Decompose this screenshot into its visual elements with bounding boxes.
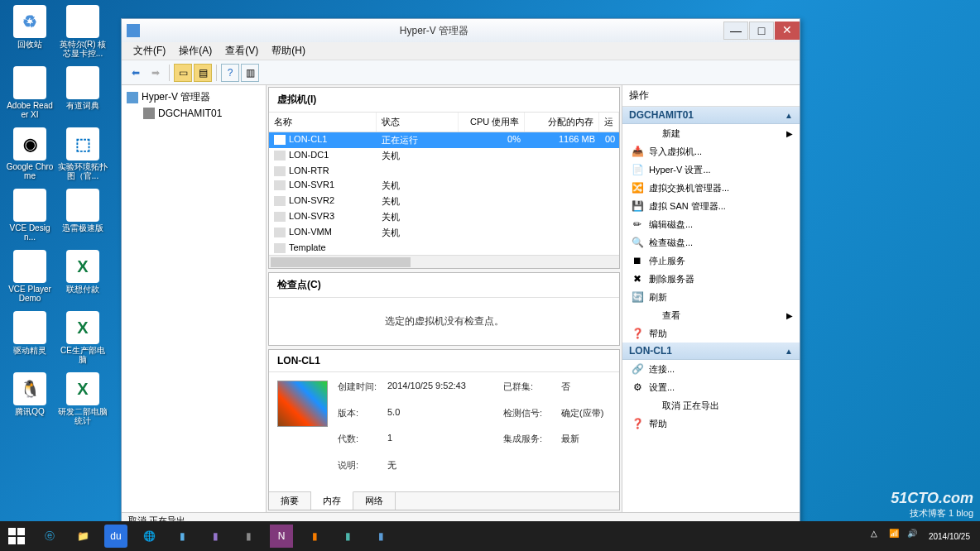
vm-row[interactable]: LON-SVR3关机	[269, 209, 619, 225]
taskbar-app5[interactable]: ▮	[331, 521, 364, 551]
close-button[interactable]: ✕	[775, 22, 800, 40]
taskbar-app6[interactable]: ▮	[364, 521, 397, 551]
desktop-icon[interactable]: ⚙英特尔(R) 核芯显卡控...	[58, 5, 108, 58]
taskbar-app2[interactable]: ▮	[199, 521, 232, 551]
show-hide-tree-button[interactable]: ▭	[174, 64, 192, 82]
action-icon: ⚙	[631, 381, 644, 394]
clock[interactable]: 2014/10/25	[924, 532, 975, 541]
desktop-icon[interactable]: PVCE Player Demo	[5, 250, 55, 303]
desktop-icon[interactable]: 词有道词典	[58, 66, 108, 110]
vm-row[interactable]: LON-SVR1关机	[269, 178, 619, 194]
taskbar-baidu[interactable]: du	[104, 525, 127, 548]
col-mem[interactable]: 分配的内存	[525, 113, 599, 132]
vm-name: LON-SVR1	[269, 179, 377, 193]
vm-state: 关机	[377, 194, 459, 208]
desktop-icon[interactable]: XCE生产部电脑	[58, 311, 108, 364]
action-item[interactable]: 查看▶	[622, 306, 800, 324]
action-item[interactable]: 🔄刷新	[622, 288, 800, 306]
menu-item[interactable]: 查看(V)	[219, 42, 265, 60]
menu-item[interactable]: 文件(F)	[127, 42, 172, 60]
action-icon: 🔗	[631, 362, 644, 376]
vm-row[interactable]: LON-CL1正在运行0%1166 MB00	[269, 132, 619, 148]
taskbar-app3[interactable]: ▮	[232, 521, 265, 551]
vm-mem	[526, 210, 600, 224]
desktop-icon[interactable]: X联想付款	[58, 250, 108, 294]
action-icon	[644, 127, 657, 140]
start-button[interactable]	[0, 521, 33, 551]
desktop-icon[interactable]: DVCE Design...	[5, 189, 55, 242]
action-item[interactable]: ❓帮助	[622, 414, 800, 433]
col-extra[interactable]: 运	[599, 113, 619, 132]
tree-child[interactable]: DGCHAMIT01	[125, 106, 262, 121]
forward-button[interactable]: ➡	[147, 64, 165, 82]
icon-image: X	[66, 372, 99, 405]
desktop-icon[interactable]: X研发二部电脑统计	[58, 372, 108, 425]
action-item[interactable]: 取消 正在导出	[622, 396, 800, 414]
action-item[interactable]: ⏹停止服务	[622, 252, 800, 270]
action-item[interactable]: ✏编辑磁盘...	[622, 215, 800, 233]
windows-icon	[8, 528, 25, 544]
tray-icon[interactable]: △	[871, 529, 886, 544]
vm-thumbnail[interactable]	[277, 381, 328, 427]
action-item[interactable]: 🔀虚拟交换机管理器...	[622, 179, 800, 197]
action-item[interactable]: 📥导入虚拟机...	[622, 142, 800, 161]
vm-section-header: 虚拟机(I)	[269, 88, 619, 113]
action-item[interactable]: ⚙设置...	[622, 378, 800, 396]
vm-row[interactable]: LON-DC1关机	[269, 148, 619, 164]
tree-root[interactable]: Hyper-V 管理器	[125, 89, 262, 106]
minimize-button[interactable]: —	[723, 22, 748, 40]
help-button[interactable]: ?	[221, 64, 239, 82]
titlebar[interactable]: Hyper-V 管理器 — □ ✕	[122, 19, 800, 42]
col-cpu[interactable]: CPU 使用率	[459, 113, 525, 132]
horizontal-scrollbar[interactable]	[269, 255, 619, 268]
icon-label: VCE Design...	[5, 223, 55, 242]
back-button[interactable]: ⬅	[127, 64, 145, 82]
tree-pane: Hyper-V 管理器 DGCHAMIT01	[122, 85, 267, 512]
action-item[interactable]: 💾虚拟 SAN 管理器...	[622, 197, 800, 215]
col-name[interactable]: 名称	[269, 113, 377, 132]
maximize-button[interactable]: □	[749, 22, 774, 40]
tray-volume-icon[interactable]: 🔊	[907, 529, 922, 544]
desktop-icon[interactable]: AAdobe Reader XI	[5, 66, 55, 119]
col-state[interactable]: 状态	[377, 113, 459, 132]
details-tab[interactable]: 网络	[353, 492, 396, 510]
actions-group-vm[interactable]: LON-CL1 ▲	[622, 343, 800, 360]
window-controls: — □ ✕	[723, 22, 800, 40]
action-item[interactable]: 🔍检查磁盘...	[622, 233, 800, 252]
icon-image: D	[13, 189, 46, 222]
vm-row[interactable]: LON-RTR	[269, 164, 619, 178]
taskbar-chrome[interactable]: 🌐	[132, 521, 166, 551]
action-pane-button[interactable]: ▥	[241, 64, 259, 82]
desktop-icon[interactable]: 驱驱动精灵	[5, 311, 55, 355]
vm-row[interactable]: Template	[269, 241, 619, 255]
menu-item[interactable]: 帮助(H)	[265, 42, 312, 60]
vm-row[interactable]: LON-VMM关机	[269, 225, 619, 241]
desktop-icon[interactable]: ◉Google Chrome	[5, 127, 55, 180]
vm-cpu	[459, 194, 526, 208]
checkpoints-panel: 检查点(C) 选定的虚拟机没有检查点。	[268, 272, 620, 346]
menu-item[interactable]: 操作(A)	[172, 42, 219, 60]
action-item[interactable]: 🔗连接...	[622, 360, 800, 378]
actions-group-host[interactable]: DGCHAMIT01 ▲	[622, 107, 800, 124]
vm-properties: 创建时间: 2014/10/25 9:52:43 已群集: 否 版本: 5.0 …	[338, 381, 611, 483]
properties-button[interactable]: ▤	[194, 64, 212, 82]
action-label: 取消 正在导出	[662, 400, 719, 412]
details-header: LON-CL1	[269, 350, 619, 372]
desktop-icon[interactable]: 🐧腾讯QQ	[5, 372, 55, 416]
taskbar-explorer[interactable]: 📁	[66, 521, 99, 551]
action-item[interactable]: 📄Hyper-V 设置...	[622, 161, 800, 179]
action-item[interactable]: ❓帮助	[622, 324, 800, 343]
desktop-icon[interactable]: ♻回收站	[5, 5, 55, 49]
action-item[interactable]: 新建▶	[622, 124, 800, 142]
details-tab[interactable]: 摘要	[269, 492, 311, 510]
tray-network-icon[interactable]: 📶	[889, 529, 904, 544]
taskbar-app1[interactable]: ▮	[166, 521, 199, 551]
desktop-icon[interactable]: ⬚实验环境拓扑图（官...	[58, 127, 108, 180]
taskbar-app4[interactable]: ▮	[298, 521, 331, 551]
taskbar-onenote[interactable]: N	[270, 525, 293, 548]
vm-row[interactable]: LON-SVR2关机	[269, 194, 619, 209]
taskbar-ie[interactable]: ⓔ	[33, 521, 66, 551]
details-tab[interactable]: 内存	[311, 491, 353, 510]
desktop-icon[interactable]: ↓迅雷极速版	[58, 189, 108, 232]
action-item[interactable]: ✖删除服务器	[622, 270, 800, 288]
